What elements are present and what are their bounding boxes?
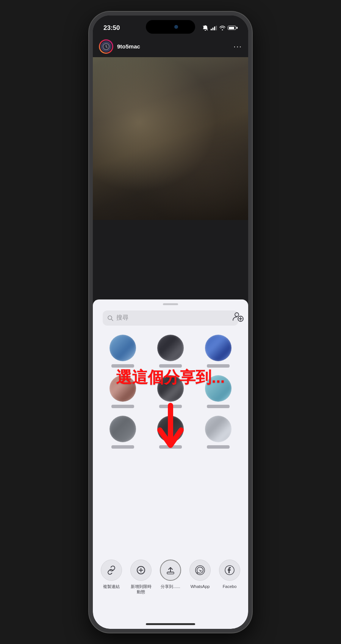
instagram-photo xyxy=(93,57,248,220)
ig-avatar[interactable] xyxy=(99,39,113,54)
wifi-icon xyxy=(219,26,225,30)
contact-name xyxy=(207,405,230,408)
contact-item[interactable] xyxy=(147,371,194,412)
svg-rect-15 xyxy=(167,572,174,574)
svg-rect-3 xyxy=(214,27,215,30)
ig-more-button[interactable]: ··· xyxy=(233,42,242,51)
status-icons xyxy=(202,25,238,31)
phone-screen: 23:50 xyxy=(93,16,248,629)
link-icon xyxy=(106,565,116,575)
contact-avatar xyxy=(205,335,232,361)
search-placeholder: 搜尋 xyxy=(116,314,234,322)
contact-grid xyxy=(93,331,248,452)
contact-item[interactable] xyxy=(147,412,194,452)
contact-item[interactable] xyxy=(147,331,194,371)
svg-rect-4 xyxy=(216,26,217,30)
add-person-button[interactable] xyxy=(231,310,244,323)
contact-avatar xyxy=(205,375,232,402)
contact-avatar xyxy=(157,375,184,402)
phone-frame: 23:50 xyxy=(89,12,252,633)
add-story-icon xyxy=(136,565,146,575)
add-person-icon xyxy=(232,310,244,323)
contact-item[interactable] xyxy=(99,412,147,452)
contact-item[interactable] xyxy=(194,331,242,371)
contact-avatar xyxy=(109,416,136,442)
share-icon-circle xyxy=(160,560,181,581)
whatsapp-label: WhatsApp xyxy=(191,584,210,589)
contact-name xyxy=(111,364,134,368)
whatsapp-icon xyxy=(195,565,205,575)
action-item-copy-link[interactable]: 複製連結 xyxy=(99,560,124,595)
action-item-whatsapp[interactable]: WhatsApp xyxy=(187,560,213,595)
svg-rect-1 xyxy=(211,29,212,30)
action-row: 複製連結 新增到限時 動態 xyxy=(93,560,248,595)
add-story-icon-circle xyxy=(130,560,152,581)
contact-item[interactable] xyxy=(194,371,242,412)
contact-avatar xyxy=(109,375,136,402)
contact-item[interactable] xyxy=(99,371,147,412)
copy-link-icon-circle xyxy=(101,560,122,581)
contact-name xyxy=(159,364,182,368)
action-item-facebook[interactable]: Facebo xyxy=(217,560,242,595)
action-item-share-to[interactable]: 分享到...... xyxy=(158,560,183,595)
copy-link-label: 複製連結 xyxy=(103,584,120,589)
svg-line-7 xyxy=(111,319,113,321)
dynamic-island xyxy=(146,20,195,34)
search-bar[interactable]: 搜尋 xyxy=(103,310,238,326)
contact-name xyxy=(159,405,182,408)
share-icon xyxy=(166,565,175,575)
contact-item[interactable] xyxy=(194,412,242,452)
signal-icon xyxy=(211,26,217,30)
ig-username[interactable]: 9to5mac xyxy=(117,43,233,50)
status-time: 23:50 xyxy=(103,24,120,32)
contact-avatar xyxy=(157,335,184,361)
svg-rect-2 xyxy=(213,28,214,30)
ig-avatar-inner xyxy=(100,41,112,53)
contact-avatar xyxy=(205,416,232,442)
facebook-label: Facebo xyxy=(223,584,237,589)
share-to-label: 分享到...... xyxy=(161,584,180,589)
facebook-icon xyxy=(225,565,235,575)
mute-icon xyxy=(202,25,208,31)
share-sheet: 搜尋 xyxy=(93,299,248,629)
contact-name xyxy=(207,445,230,449)
home-indicator xyxy=(146,623,195,625)
add-story-label: 新增到限時 動態 xyxy=(131,584,152,595)
contact-avatar xyxy=(109,335,136,361)
action-item-add-story[interactable]: 新增到限時 動態 xyxy=(128,560,154,595)
ig-header: 9to5mac ··· xyxy=(93,36,248,57)
sheet-handle xyxy=(163,303,178,305)
search-icon xyxy=(107,315,113,321)
contact-avatar xyxy=(157,416,184,442)
contact-name xyxy=(159,445,182,449)
battery-icon xyxy=(228,26,238,30)
contact-item[interactable] xyxy=(99,331,147,371)
facebook-icon-circle xyxy=(219,560,240,581)
contact-name xyxy=(207,364,230,368)
svg-point-8 xyxy=(235,313,239,317)
whatsapp-icon-circle xyxy=(189,560,211,581)
contact-name xyxy=(111,405,134,408)
contact-name xyxy=(111,445,134,449)
